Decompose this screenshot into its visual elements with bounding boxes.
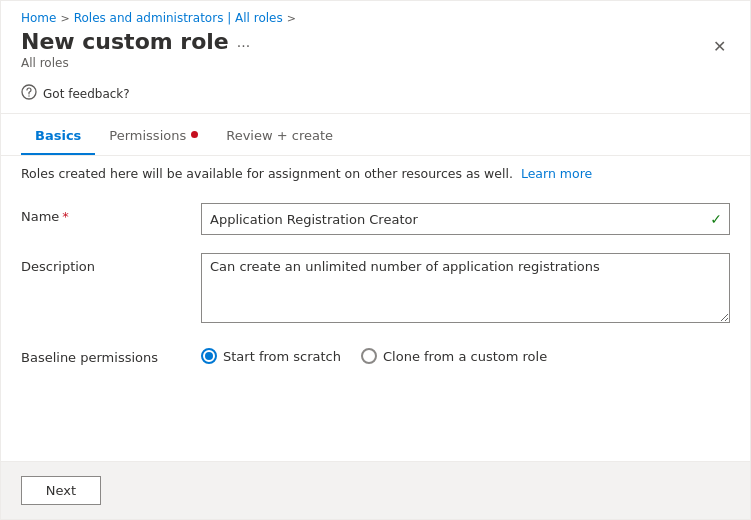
tabs-bar: Basics Permissions Review + create: [1, 118, 750, 156]
tab-review-create[interactable]: Review + create: [212, 118, 347, 155]
name-field-wrapper: ✓: [201, 203, 730, 235]
info-text: Roles created here will be available for…: [21, 166, 513, 181]
baseline-options: Start from scratch Clone from a custom r…: [201, 344, 730, 364]
name-required: *: [62, 209, 69, 224]
baseline-row: Baseline permissions Start from scratch …: [21, 344, 730, 365]
ellipsis-menu[interactable]: ...: [237, 34, 250, 50]
feedback-bar: Got feedback?: [1, 74, 750, 114]
breadcrumb-roles[interactable]: Roles and administrators | All roles: [74, 11, 283, 25]
page-title: New custom role: [21, 29, 229, 54]
page-subtitle: All roles: [21, 56, 250, 70]
valid-checkmark-icon: ✓: [710, 211, 722, 227]
description-label: Description: [21, 253, 181, 274]
tab-permissions[interactable]: Permissions: [95, 118, 212, 155]
breadcrumb: Home > Roles and administrators | All ro…: [1, 1, 750, 29]
permissions-dot: [191, 131, 198, 138]
radio-scratch-circle: [201, 348, 217, 364]
breadcrumb-sep2: >: [287, 12, 296, 25]
breadcrumb-sep1: >: [60, 12, 69, 25]
description-field-wrapper: Can create an unlimited number of applic…: [201, 253, 730, 326]
footer: Next: [1, 461, 750, 519]
baseline-label: Baseline permissions: [21, 344, 181, 365]
radio-clone-label: Clone from a custom role: [383, 349, 547, 364]
radio-scratch-label: Start from scratch: [223, 349, 341, 364]
radio-clone-circle: [361, 348, 377, 364]
name-input[interactable]: [201, 203, 730, 235]
tab-basics[interactable]: Basics: [21, 118, 95, 155]
close-button[interactable]: ✕: [709, 33, 730, 60]
svg-point-1: [28, 95, 29, 96]
learn-more-link[interactable]: Learn more: [521, 166, 592, 181]
feedback-label[interactable]: Got feedback?: [43, 87, 130, 101]
breadcrumb-home[interactable]: Home: [21, 11, 56, 25]
name-row: Name * ✓: [21, 203, 730, 235]
radio-scratch[interactable]: Start from scratch: [201, 348, 341, 364]
description-input[interactable]: Can create an unlimited number of applic…: [201, 253, 730, 323]
page-title-row: New custom role ...: [21, 29, 250, 54]
next-button[interactable]: Next: [21, 476, 101, 505]
name-label: Name *: [21, 203, 181, 224]
radio-group: Start from scratch Clone from a custom r…: [201, 344, 730, 364]
feedback-icon: [21, 84, 37, 103]
header-row: New custom role ... All roles ✕: [1, 29, 750, 70]
description-row: Description Can create an unlimited numb…: [21, 253, 730, 326]
info-bar: Roles created here will be available for…: [1, 156, 750, 191]
title-area: New custom role ... All roles: [21, 29, 250, 70]
radio-clone[interactable]: Clone from a custom role: [361, 348, 547, 364]
form-area: Name * ✓ Description Can create an unlim…: [1, 191, 750, 461]
